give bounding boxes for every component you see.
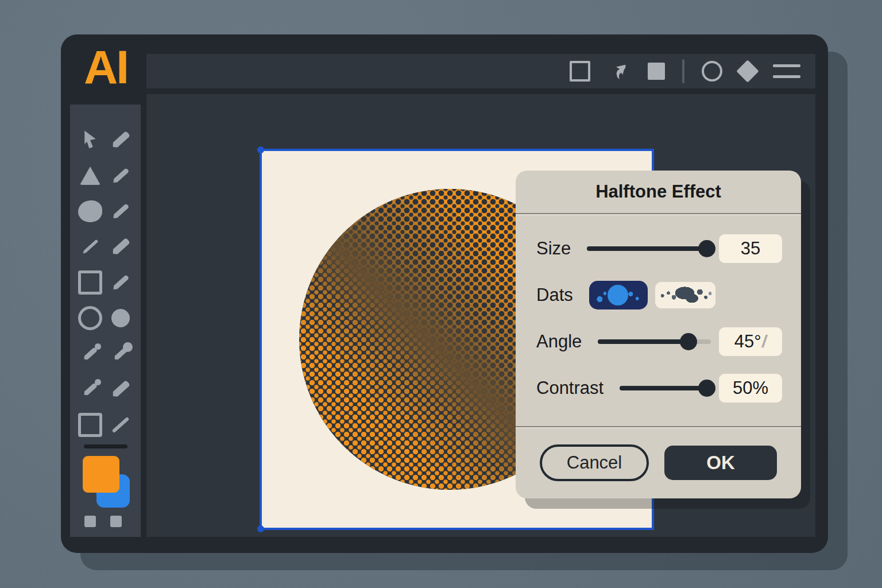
glyph — [78, 306, 102, 330]
contrast-slider-track[interactable] — [620, 386, 711, 390]
tool-grid — [70, 127, 141, 438]
pen-thin-icon[interactable] — [107, 270, 134, 295]
size-slider-track[interactable] — [587, 246, 711, 251]
angle-label: Angle — [536, 331, 582, 352]
rectangle-outline-icon[interactable] — [570, 61, 590, 82]
contrast-slider-fill — [620, 386, 711, 390]
artboard-frame-icon[interactable] — [77, 270, 103, 295]
rectangle-outline-tool-icon[interactable] — [77, 412, 103, 438]
shape-builder-icon[interactable] — [77, 163, 103, 188]
tool-sidebar — [70, 105, 141, 537]
contrast-slider[interactable] — [620, 380, 711, 397]
menu-lines-icon[interactable] — [773, 64, 800, 78]
dialog-controls: Size 35 Dats Angle — [516, 214, 801, 403]
glyph — [682, 59, 684, 83]
contrast-value: 50% — [733, 378, 768, 399]
swap-swatch-left[interactable] — [84, 516, 96, 527]
pen-nib-icon[interactable] — [107, 163, 134, 188]
angle-row: Angle 45°/ — [536, 327, 782, 357]
size-row: Size 35 — [536, 234, 782, 264]
size-slider-fill — [587, 246, 711, 251]
glyph — [773, 64, 800, 78]
dialog-title: Halftone Effect — [516, 171, 801, 213]
angle-value-field[interactable]: 45°/ — [719, 327, 782, 356]
rectangle-filled-icon[interactable] — [648, 63, 665, 80]
pen-icon[interactable] — [107, 199, 134, 224]
pencil-icon[interactable] — [77, 234, 103, 260]
desktop: AI — [0, 0, 882, 588]
nib-icon[interactable] — [107, 377, 134, 402]
glyph — [111, 237, 131, 256]
glyph — [111, 380, 131, 399]
dots-pattern-preview[interactable] — [655, 282, 715, 308]
glyph — [95, 379, 101, 385]
glyph — [78, 270, 102, 295]
glyph — [95, 343, 101, 350]
ellipse-outline-tool-icon[interactable] — [77, 305, 103, 331]
contrast-value-field[interactable]: 50% — [719, 374, 782, 403]
angle-slider[interactable] — [598, 333, 711, 350]
size-label: Size — [536, 238, 571, 259]
toolbar-divider — [682, 59, 684, 83]
contrast-row: Contrast 50% — [536, 373, 782, 403]
size-slider-knob[interactable] — [698, 240, 715, 257]
dialog-footer: Cancel OK — [516, 427, 801, 498]
pin-round-icon[interactable] — [107, 341, 134, 366]
selection-arrow-icon[interactable] — [77, 127, 103, 153]
glyph — [123, 342, 133, 352]
angle-slider-fill — [598, 339, 688, 344]
cancel-button[interactable]: Cancel — [540, 444, 649, 481]
angle-slider-knob[interactable] — [680, 333, 697, 350]
ellipse-filled-tool-icon[interactable] — [107, 305, 134, 331]
contrast-label: Contrast — [536, 378, 604, 399]
glyph — [608, 60, 630, 83]
glyph — [82, 239, 98, 254]
dots-toggle[interactable] — [589, 281, 648, 310]
brush-icon[interactable] — [107, 127, 134, 153]
glyph — [112, 417, 130, 434]
selection-handle[interactable] — [257, 525, 264, 532]
glyph — [648, 63, 665, 80]
ellipse-outline-icon[interactable] — [702, 61, 722, 82]
app-logo: AI — [84, 40, 127, 94]
selection-handle[interactable] — [257, 146, 264, 153]
glyph — [78, 413, 102, 437]
swap-swatch-right[interactable] — [110, 516, 122, 527]
pin-hammer-icon[interactable] — [77, 341, 103, 366]
blob-brush-icon[interactable] — [77, 199, 103, 224]
glyph — [80, 130, 100, 150]
diamond-filled-icon[interactable] — [740, 63, 756, 79]
line-segment-icon[interactable] — [107, 412, 134, 438]
dots-toggle-knob[interactable] — [608, 285, 628, 305]
dots-row: Dats — [536, 280, 782, 310]
glyph — [702, 61, 722, 82]
fill-color-swatch[interactable] — [83, 456, 119, 493]
contrast-slider-knob[interactable] — [698, 380, 715, 397]
angle-slash-artifact: / — [760, 331, 768, 353]
glyph — [111, 203, 129, 219]
halftone-effect-dialog: Halftone Effect Size 35 Dats Angle — [516, 171, 801, 498]
dots-label: Dats — [536, 285, 573, 305]
size-slider[interactable] — [587, 240, 711, 257]
top-toolbar — [146, 54, 815, 88]
marker-icon[interactable] — [107, 234, 134, 260]
glyph — [570, 61, 590, 82]
glyph — [78, 200, 102, 222]
glyph — [111, 167, 129, 184]
glyph — [80, 167, 100, 185]
angle-value: 45° — [734, 331, 761, 352]
direct-selection-icon[interactable] — [608, 60, 630, 83]
pin-nail-icon[interactable] — [77, 377, 103, 402]
size-value: 35 — [741, 238, 760, 259]
glyph — [736, 60, 759, 83]
size-value-field[interactable]: 35 — [719, 234, 782, 263]
sidebar-divider — [84, 444, 127, 448]
ok-button[interactable]: OK — [664, 446, 777, 480]
glyph — [111, 309, 130, 327]
glyph — [111, 130, 131, 149]
glyph — [111, 274, 129, 291]
